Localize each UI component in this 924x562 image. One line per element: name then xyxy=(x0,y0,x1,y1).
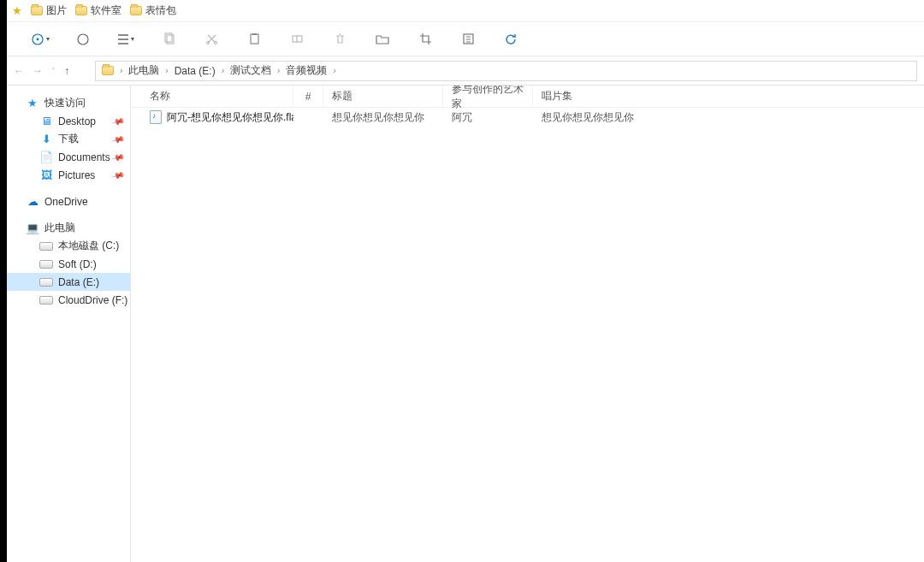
rename-button[interactable] xyxy=(287,30,306,49)
circle-button[interactable] xyxy=(74,30,92,49)
paste-button[interactable] xyxy=(245,30,264,49)
properties-button[interactable] xyxy=(459,30,477,49)
sidebar-label: 下载 xyxy=(58,132,79,146)
chevron-right-icon: › xyxy=(163,66,169,75)
column-album[interactable]: 唱片集 xyxy=(533,86,636,107)
documents-icon: 📄 xyxy=(39,151,53,164)
new-folder-button[interactable] xyxy=(373,30,392,49)
download-icon: ⬇ xyxy=(39,133,53,146)
folder-icon xyxy=(102,66,114,75)
breadcrumb-root[interactable] xyxy=(99,66,116,75)
explorer-window: ★ 图片 软件室 表情包 ▾ ▾ xyxy=(7,0,924,562)
toolbar: ▾ ▾ xyxy=(7,22,924,56)
delete-button[interactable] xyxy=(330,30,349,49)
column-artist[interactable]: 参与创作的艺术家 xyxy=(443,86,533,107)
breadcrumb-segment[interactable]: 此电脑 xyxy=(126,63,162,78)
sidebar-drive-f[interactable]: CloudDrive (F:) xyxy=(7,291,130,309)
forward-button[interactable]: → xyxy=(33,65,43,77)
desktop-icon: 🖥 xyxy=(39,115,53,128)
trash-icon xyxy=(334,33,346,45)
folder-icon xyxy=(130,6,142,15)
qa-pinned-folder[interactable]: 表情包 xyxy=(130,3,176,18)
qa-label: 表情包 xyxy=(145,3,176,18)
sidebar-drive-d[interactable]: Soft (D:) xyxy=(7,255,130,273)
pin-icon: 📌 xyxy=(111,115,125,128)
chevron-right-icon: › xyxy=(275,66,281,75)
sidebar-quick-access[interactable]: ★ 快速访问 xyxy=(7,94,130,112)
history-dropdown[interactable]: ˅ xyxy=(51,67,56,75)
up-button[interactable]: ↑ xyxy=(64,65,69,77)
sidebar-label: 本地磁盘 (C:) xyxy=(58,239,119,253)
sidebar-item-downloads[interactable]: ⬇ 下载 📌 xyxy=(7,130,130,148)
breadcrumb-segment[interactable]: 测试文档 xyxy=(228,63,274,78)
circle-plus-icon xyxy=(31,33,44,46)
sidebar-label: Documents xyxy=(58,151,110,163)
folder-icon xyxy=(31,6,43,15)
refresh-button[interactable] xyxy=(501,30,520,49)
sidebar-label: Data (E:) xyxy=(58,276,99,288)
svg-point-1 xyxy=(37,38,39,40)
chevron-down-icon: ▾ xyxy=(46,35,50,43)
body: ★ 快速访问 🖥 Desktop 📌 ⬇ 下载 📌 📄 Documents 📌 … xyxy=(7,86,924,562)
copy-button[interactable] xyxy=(159,30,178,49)
breadcrumb-segment[interactable]: Data (E:) xyxy=(172,65,218,77)
column-headers: 名称 # 标题 参与创作的艺术家 唱片集 xyxy=(131,86,924,108)
breadcrumb[interactable]: › 此电脑 › Data (E:) › 测试文档 › 音频视频 › xyxy=(95,61,917,81)
column-title[interactable]: 标题 xyxy=(323,86,443,107)
qa-pinned-folder[interactable]: 图片 xyxy=(31,3,67,18)
sidebar-onedrive[interactable]: ☁ OneDrive xyxy=(7,192,130,210)
crop-icon xyxy=(419,33,432,45)
sidebar-this-pc[interactable]: 💻 此电脑 xyxy=(7,219,130,237)
svg-rect-8 xyxy=(252,33,257,35)
pictures-icon: 🖼 xyxy=(39,169,53,182)
back-button[interactable]: ← xyxy=(14,65,24,77)
chevron-down-icon: ▾ xyxy=(131,35,134,43)
breadcrumb-segment[interactable]: 音频视频 xyxy=(283,63,329,78)
folder-plus-icon xyxy=(376,33,389,45)
cell-album: 想见你想见你想见你 xyxy=(533,110,636,125)
sidebar-label: OneDrive xyxy=(44,196,88,208)
qa-label: 软件室 xyxy=(91,3,121,18)
sidebar: ★ 快速访问 🖥 Desktop 📌 ⬇ 下载 📌 📄 Documents 📌 … xyxy=(7,86,131,562)
sidebar-label: CloudDrive (F:) xyxy=(58,294,127,306)
properties-icon xyxy=(462,33,475,45)
rows: 阿冗-想见你想见你想见你.flac 想见你想见你想见你 阿冗 想见你想见你想见你 xyxy=(131,108,924,562)
new-menu-button[interactable]: ▾ xyxy=(31,30,50,49)
sidebar-label: 此电脑 xyxy=(44,221,75,235)
view-menu-button[interactable]: ▾ xyxy=(116,30,135,49)
folder-icon xyxy=(75,6,87,15)
qa-label: 图片 xyxy=(46,3,67,18)
qa-pinned-folder[interactable]: 软件室 xyxy=(75,3,121,18)
file-name: 阿冗-想见你想见你想见你.flac xyxy=(167,110,293,125)
favorites-star[interactable]: ★ xyxy=(12,4,22,17)
cell-title: 想见你想见你想见你 xyxy=(323,110,443,125)
disk-icon xyxy=(39,296,53,305)
sidebar-drive-e[interactable]: Data (E:) xyxy=(7,273,130,291)
list-icon xyxy=(117,33,129,45)
cell-artist: 阿冗 xyxy=(443,110,533,125)
disk-icon xyxy=(39,260,53,269)
pc-icon: 💻 xyxy=(26,222,39,235)
crop-button[interactable] xyxy=(416,30,435,49)
sidebar-item-documents[interactable]: 📄 Documents 📌 xyxy=(7,148,130,166)
sidebar-item-pictures[interactable]: 🖼 Pictures 📌 xyxy=(7,166,130,184)
refresh-icon xyxy=(504,33,518,46)
pin-icon: 📌 xyxy=(111,169,125,182)
sidebar-item-desktop[interactable]: 🖥 Desktop 📌 xyxy=(7,112,130,130)
sidebar-label: Pictures xyxy=(58,169,95,181)
column-name[interactable]: 名称 xyxy=(131,86,293,107)
chevron-right-icon: › xyxy=(118,66,124,75)
sidebar-label: Soft (D:) xyxy=(58,258,97,270)
audio-file-icon xyxy=(150,110,162,124)
quick-access-bar: ★ 图片 软件室 表情包 xyxy=(7,0,924,22)
chevron-right-icon: › xyxy=(331,66,337,75)
column-number[interactable]: # xyxy=(293,86,323,107)
sidebar-label: Desktop xyxy=(58,115,96,127)
sidebar-drive-c[interactable]: 本地磁盘 (C:) xyxy=(7,237,130,255)
sidebar-label: 快速访问 xyxy=(44,96,86,110)
cut-button[interactable] xyxy=(202,30,221,49)
star-icon: ★ xyxy=(12,4,22,17)
navigation-bar: ← → ˅ ↑ › 此电脑 › Data (E:) › 测试文档 › 音频视频 … xyxy=(7,56,924,86)
table-row[interactable]: 阿冗-想见你想见你想见你.flac 想见你想见你想见你 阿冗 想见你想见你想见你 xyxy=(131,108,924,127)
file-list: 名称 # 标题 参与创作的艺术家 唱片集 阿冗-想见你想见你想见你.flac 想… xyxy=(131,86,924,562)
